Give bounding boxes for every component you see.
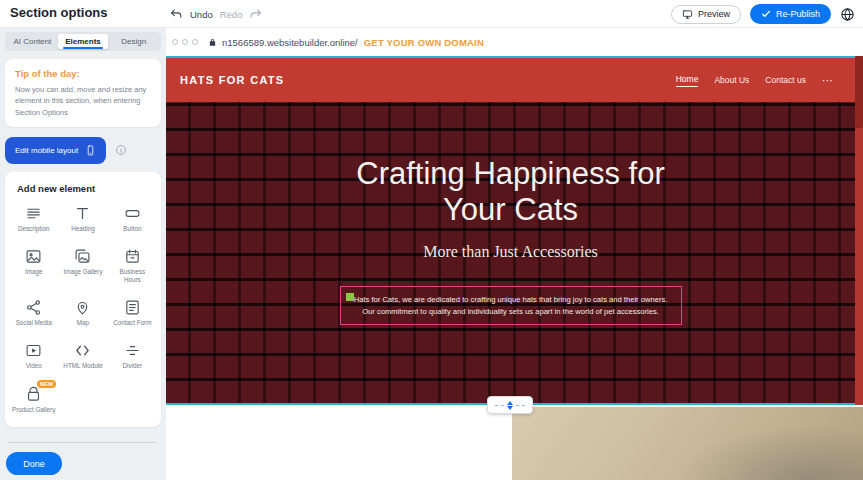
tip-of-the-day-card: Tip of the day: Now you can add, move an… xyxy=(5,59,161,127)
business-hours-icon xyxy=(124,248,141,265)
preview-label: Preview xyxy=(698,9,730,19)
element-item-label: Social Media xyxy=(16,319,52,327)
hero-heading-line2: Your Cats xyxy=(166,192,855,228)
video-icon xyxy=(25,342,42,359)
element-item-social-media[interactable]: Social Media xyxy=(9,299,58,327)
nav-more-icon[interactable]: ⋯ xyxy=(822,74,833,87)
dashed-guide xyxy=(516,405,525,406)
social-media-icon xyxy=(25,299,42,316)
tab-elements[interactable]: Elements xyxy=(58,34,109,49)
undo-button[interactable]: Undo xyxy=(190,9,213,20)
tip-body: Now you can add, move and resize any ele… xyxy=(15,84,151,118)
element-item-image[interactable]: Image xyxy=(9,248,58,284)
element-item-image-gallery[interactable]: Image Gallery xyxy=(58,248,107,284)
preview-button[interactable]: Preview xyxy=(671,5,741,24)
redo-button[interactable]: Redo xyxy=(220,9,243,20)
element-item-divider[interactable]: Divider xyxy=(108,342,157,370)
nav-item-home[interactable]: Home xyxy=(676,74,699,87)
element-item-html-module[interactable]: HTML Module xyxy=(58,342,107,370)
element-grid: Description Heading Button Image Image G… xyxy=(9,205,157,414)
topbar-actions: Preview Re-Publish xyxy=(671,0,855,28)
contact-form-icon xyxy=(124,299,141,316)
hero-subheading[interactable]: More than Just Accessories xyxy=(166,243,855,261)
redo-icon[interactable] xyxy=(249,8,262,21)
element-item-heading[interactable]: Heading xyxy=(58,205,107,233)
product-gallery-icon xyxy=(25,386,42,403)
add-new-element-heading: Add new element xyxy=(17,183,157,194)
site-logo[interactable]: HATS FOR CATS xyxy=(180,74,285,86)
drag-handle-green[interactable] xyxy=(346,293,354,301)
preview-canvas: n1566589.websitebuilder.online/ GET YOUR… xyxy=(166,28,863,480)
window-dot-icon xyxy=(192,39,198,45)
next-section[interactable] xyxy=(166,407,863,480)
smartphone-icon xyxy=(85,145,96,156)
heading-icon xyxy=(74,205,91,222)
element-item-label: Image xyxy=(25,268,43,276)
element-item-video[interactable]: Video xyxy=(9,342,58,370)
divider-icon xyxy=(124,342,141,359)
get-own-domain-link[interactable]: GET YOUR OWN DOMAIN xyxy=(364,37,484,48)
done-button[interactable]: Done xyxy=(6,452,62,475)
republish-button[interactable]: Re-Publish xyxy=(750,4,831,24)
section-resize-handle[interactable] xyxy=(487,396,533,414)
dashed-guide xyxy=(495,405,504,406)
tab-ai-content[interactable]: AI Content xyxy=(7,34,58,49)
element-item-label: Description xyxy=(18,225,50,233)
image-icon xyxy=(25,248,42,265)
globe-icon[interactable] xyxy=(840,7,855,22)
element-item-label: Map xyxy=(77,319,89,327)
nav-item-about-us[interactable]: About Us xyxy=(714,75,749,85)
map-icon xyxy=(74,299,91,316)
browser-bar: n1566589.websitebuilder.online/ GET YOUR… xyxy=(166,28,863,56)
element-item-label: Heading xyxy=(71,225,94,233)
element-item-label: Product Gallery xyxy=(12,406,55,414)
mobile-layout-row: Edit mobile layout xyxy=(5,137,161,164)
element-item-label: Button xyxy=(123,225,141,233)
nav-item-contact-us[interactable]: Contact us xyxy=(765,75,806,85)
lock-icon xyxy=(208,37,217,47)
topbar: Section options Undo Redo Preview Re-Pub… xyxy=(0,0,863,28)
info-icon[interactable] xyxy=(115,144,127,156)
element-item-label: Divider xyxy=(123,362,143,370)
site-header: HATS FOR CATS Home About Us Contact us ⋯ xyxy=(166,58,855,102)
tip-heading: Tip of the day: xyxy=(15,68,151,79)
element-item-business-hours[interactable]: Business Hours xyxy=(108,248,157,284)
tab-design[interactable]: Design xyxy=(108,34,159,49)
check-icon xyxy=(761,9,771,19)
window-dot-icon xyxy=(182,39,188,45)
sidebar-tabs: AI Content Elements Design xyxy=(5,32,161,51)
site-url: n1566589.websitebuilder.online/ xyxy=(222,37,358,48)
preview-scrollbar[interactable] xyxy=(855,56,863,405)
hero-heading-line1: Crafting Happiness for xyxy=(166,156,855,192)
edit-mobile-layout-button[interactable]: Edit mobile layout xyxy=(5,137,106,164)
new-badge: NEW xyxy=(37,380,56,388)
next-section-image[interactable] xyxy=(512,407,863,480)
undo-icon[interactable] xyxy=(170,8,183,21)
element-item-map[interactable]: Map xyxy=(58,299,107,327)
hero-paragraph-text: Hats for Cats, we are dedicated to craft… xyxy=(354,295,668,316)
edit-mobile-layout-label: Edit mobile layout xyxy=(15,146,78,155)
element-item-contact-form[interactable]: Contact Form xyxy=(108,299,157,327)
republish-label: Re-Publish xyxy=(776,9,820,19)
window-dot-icon xyxy=(172,39,178,45)
hero-heading[interactable]: Crafting Happiness for Your Cats xyxy=(166,156,855,228)
description-icon xyxy=(25,205,42,222)
image-gallery-icon xyxy=(74,248,91,265)
html-module-icon xyxy=(74,342,91,359)
sidebar-divider xyxy=(8,442,156,443)
selected-section[interactable]: HATS FOR CATS Home About Us Contact us ⋯… xyxy=(166,56,855,405)
element-item-description[interactable]: Description xyxy=(9,205,58,233)
history-controls: Undo Redo xyxy=(170,0,262,28)
page-title: Section options xyxy=(10,5,108,20)
element-item-button[interactable]: Button xyxy=(108,205,157,233)
element-item-label: Contact Form xyxy=(113,319,151,327)
sidebar: AI Content Elements Design Tip of the da… xyxy=(0,28,166,480)
scrollbar-thumb[interactable] xyxy=(855,56,863,128)
element-item-product-gallery[interactable]: NEW Product Gallery xyxy=(9,386,58,414)
hero-paragraph-selected[interactable]: Hats for Cats, we are dedicated to craft… xyxy=(340,286,682,326)
resize-arrows-icon xyxy=(507,401,513,410)
element-item-label: Image Gallery xyxy=(63,268,102,276)
hero-section: Crafting Happiness for Your Cats More th… xyxy=(166,102,855,403)
add-new-element-panel: Add new element Description Heading Butt… xyxy=(5,172,161,427)
element-item-label: Business Hours xyxy=(110,268,154,284)
